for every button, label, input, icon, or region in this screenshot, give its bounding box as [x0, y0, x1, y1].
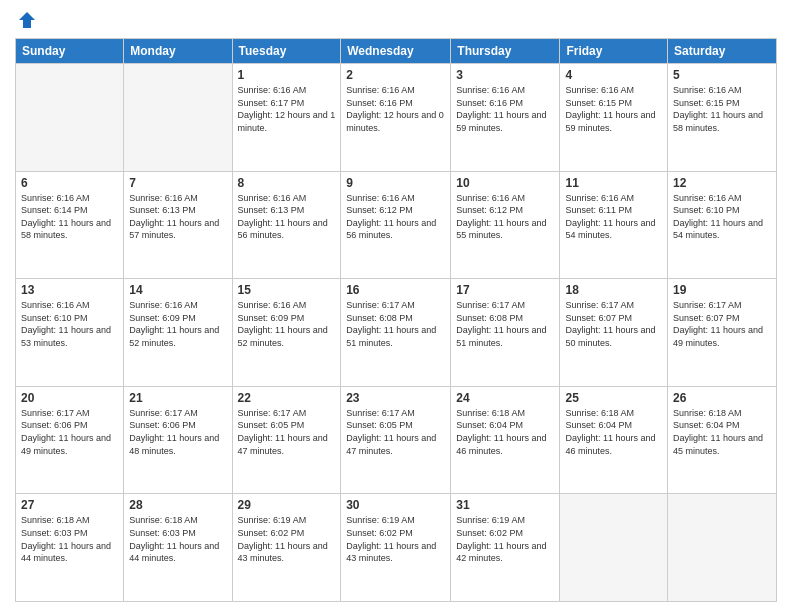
day-info: Sunrise: 6:16 AMSunset: 6:15 PMDaylight:…: [673, 85, 763, 133]
day-info: Sunrise: 6:19 AMSunset: 6:02 PMDaylight:…: [456, 515, 546, 563]
day-number: 21: [129, 391, 226, 405]
calendar-cell: 3 Sunrise: 6:16 AMSunset: 6:16 PMDayligh…: [451, 64, 560, 172]
day-info: Sunrise: 6:18 AMSunset: 6:04 PMDaylight:…: [565, 408, 655, 456]
day-info: Sunrise: 6:17 AMSunset: 6:08 PMDaylight:…: [346, 300, 436, 348]
calendar-cell: [560, 494, 668, 602]
day-number: 3: [456, 68, 554, 82]
day-number: 13: [21, 283, 118, 297]
calendar-cell: 13 Sunrise: 6:16 AMSunset: 6:10 PMDaylig…: [16, 279, 124, 387]
calendar-cell: 24 Sunrise: 6:18 AMSunset: 6:04 PMDaylig…: [451, 386, 560, 494]
day-info: Sunrise: 6:16 AMSunset: 6:15 PMDaylight:…: [565, 85, 655, 133]
calendar-cell: 11 Sunrise: 6:16 AMSunset: 6:11 PMDaylig…: [560, 171, 668, 279]
day-number: 23: [346, 391, 445, 405]
calendar-cell: [16, 64, 124, 172]
day-info: Sunrise: 6:17 AMSunset: 6:07 PMDaylight:…: [565, 300, 655, 348]
calendar-cell: 1 Sunrise: 6:16 AMSunset: 6:17 PMDayligh…: [232, 64, 341, 172]
day-info: Sunrise: 6:16 AMSunset: 6:16 PMDaylight:…: [346, 85, 444, 133]
day-info: Sunrise: 6:17 AMSunset: 6:06 PMDaylight:…: [21, 408, 111, 456]
day-info: Sunrise: 6:16 AMSunset: 6:17 PMDaylight:…: [238, 85, 336, 133]
day-number: 26: [673, 391, 771, 405]
week-row-0: 1 Sunrise: 6:16 AMSunset: 6:17 PMDayligh…: [16, 64, 777, 172]
day-number: 6: [21, 176, 118, 190]
calendar-cell: 5 Sunrise: 6:16 AMSunset: 6:15 PMDayligh…: [668, 64, 777, 172]
calendar-cell: [668, 494, 777, 602]
day-number: 18: [565, 283, 662, 297]
week-row-3: 20 Sunrise: 6:17 AMSunset: 6:06 PMDaylig…: [16, 386, 777, 494]
weekday-header-row: SundayMondayTuesdayWednesdayThursdayFrid…: [16, 39, 777, 64]
day-number: 17: [456, 283, 554, 297]
calendar-cell: 6 Sunrise: 6:16 AMSunset: 6:14 PMDayligh…: [16, 171, 124, 279]
calendar-cell: 14 Sunrise: 6:16 AMSunset: 6:09 PMDaylig…: [124, 279, 232, 387]
day-number: 19: [673, 283, 771, 297]
day-number: 2: [346, 68, 445, 82]
day-info: Sunrise: 6:16 AMSunset: 6:09 PMDaylight:…: [129, 300, 219, 348]
day-info: Sunrise: 6:19 AMSunset: 6:02 PMDaylight:…: [238, 515, 328, 563]
calendar-cell: 10 Sunrise: 6:16 AMSunset: 6:12 PMDaylig…: [451, 171, 560, 279]
weekday-header-wednesday: Wednesday: [341, 39, 451, 64]
calendar-cell: 20 Sunrise: 6:17 AMSunset: 6:06 PMDaylig…: [16, 386, 124, 494]
week-row-2: 13 Sunrise: 6:16 AMSunset: 6:10 PMDaylig…: [16, 279, 777, 387]
calendar-cell: 19 Sunrise: 6:17 AMSunset: 6:07 PMDaylig…: [668, 279, 777, 387]
day-number: 28: [129, 498, 226, 512]
day-number: 9: [346, 176, 445, 190]
day-number: 14: [129, 283, 226, 297]
day-info: Sunrise: 6:17 AMSunset: 6:05 PMDaylight:…: [346, 408, 436, 456]
day-info: Sunrise: 6:16 AMSunset: 6:13 PMDaylight:…: [129, 193, 219, 241]
calendar-cell: [124, 64, 232, 172]
calendar-cell: 29 Sunrise: 6:19 AMSunset: 6:02 PMDaylig…: [232, 494, 341, 602]
weekday-header-saturday: Saturday: [668, 39, 777, 64]
day-info: Sunrise: 6:16 AMSunset: 6:12 PMDaylight:…: [346, 193, 436, 241]
calendar-cell: 18 Sunrise: 6:17 AMSunset: 6:07 PMDaylig…: [560, 279, 668, 387]
day-number: 25: [565, 391, 662, 405]
day-number: 24: [456, 391, 554, 405]
weekday-header-friday: Friday: [560, 39, 668, 64]
day-info: Sunrise: 6:18 AMSunset: 6:04 PMDaylight:…: [456, 408, 546, 456]
day-info: Sunrise: 6:16 AMSunset: 6:14 PMDaylight:…: [21, 193, 111, 241]
day-number: 11: [565, 176, 662, 190]
page: SundayMondayTuesdayWednesdayThursdayFrid…: [0, 0, 792, 612]
calendar-cell: 17 Sunrise: 6:17 AMSunset: 6:08 PMDaylig…: [451, 279, 560, 387]
day-info: Sunrise: 6:17 AMSunset: 6:06 PMDaylight:…: [129, 408, 219, 456]
day-number: 20: [21, 391, 118, 405]
day-info: Sunrise: 6:16 AMSunset: 6:11 PMDaylight:…: [565, 193, 655, 241]
calendar-cell: 30 Sunrise: 6:19 AMSunset: 6:02 PMDaylig…: [341, 494, 451, 602]
weekday-header-monday: Monday: [124, 39, 232, 64]
day-info: Sunrise: 6:18 AMSunset: 6:03 PMDaylight:…: [129, 515, 219, 563]
day-info: Sunrise: 6:18 AMSunset: 6:03 PMDaylight:…: [21, 515, 111, 563]
header: [15, 10, 777, 30]
calendar-cell: 27 Sunrise: 6:18 AMSunset: 6:03 PMDaylig…: [16, 494, 124, 602]
day-info: Sunrise: 6:19 AMSunset: 6:02 PMDaylight:…: [346, 515, 436, 563]
calendar-cell: 23 Sunrise: 6:17 AMSunset: 6:05 PMDaylig…: [341, 386, 451, 494]
day-number: 5: [673, 68, 771, 82]
calendar-cell: 31 Sunrise: 6:19 AMSunset: 6:02 PMDaylig…: [451, 494, 560, 602]
calendar-cell: 8 Sunrise: 6:16 AMSunset: 6:13 PMDayligh…: [232, 171, 341, 279]
weekday-header-sunday: Sunday: [16, 39, 124, 64]
day-info: Sunrise: 6:17 AMSunset: 6:08 PMDaylight:…: [456, 300, 546, 348]
day-number: 29: [238, 498, 336, 512]
calendar-cell: 22 Sunrise: 6:17 AMSunset: 6:05 PMDaylig…: [232, 386, 341, 494]
calendar-cell: 28 Sunrise: 6:18 AMSunset: 6:03 PMDaylig…: [124, 494, 232, 602]
day-number: 22: [238, 391, 336, 405]
weekday-header-tuesday: Tuesday: [232, 39, 341, 64]
calendar-cell: 9 Sunrise: 6:16 AMSunset: 6:12 PMDayligh…: [341, 171, 451, 279]
day-info: Sunrise: 6:16 AMSunset: 6:10 PMDaylight:…: [21, 300, 111, 348]
calendar-cell: 25 Sunrise: 6:18 AMSunset: 6:04 PMDaylig…: [560, 386, 668, 494]
day-number: 31: [456, 498, 554, 512]
day-number: 8: [238, 176, 336, 190]
weekday-header-thursday: Thursday: [451, 39, 560, 64]
week-row-4: 27 Sunrise: 6:18 AMSunset: 6:03 PMDaylig…: [16, 494, 777, 602]
day-number: 12: [673, 176, 771, 190]
logo-icon: [17, 10, 37, 30]
svg-marker-0: [19, 12, 35, 28]
day-info: Sunrise: 6:18 AMSunset: 6:04 PMDaylight:…: [673, 408, 763, 456]
day-info: Sunrise: 6:16 AMSunset: 6:16 PMDaylight:…: [456, 85, 546, 133]
calendar-cell: 21 Sunrise: 6:17 AMSunset: 6:06 PMDaylig…: [124, 386, 232, 494]
calendar-cell: 15 Sunrise: 6:16 AMSunset: 6:09 PMDaylig…: [232, 279, 341, 387]
day-info: Sunrise: 6:17 AMSunset: 6:07 PMDaylight:…: [673, 300, 763, 348]
day-number: 16: [346, 283, 445, 297]
calendar-cell: 4 Sunrise: 6:16 AMSunset: 6:15 PMDayligh…: [560, 64, 668, 172]
calendar-table: SundayMondayTuesdayWednesdayThursdayFrid…: [15, 38, 777, 602]
calendar-cell: 16 Sunrise: 6:17 AMSunset: 6:08 PMDaylig…: [341, 279, 451, 387]
day-info: Sunrise: 6:16 AMSunset: 6:09 PMDaylight:…: [238, 300, 328, 348]
logo: [15, 10, 37, 30]
